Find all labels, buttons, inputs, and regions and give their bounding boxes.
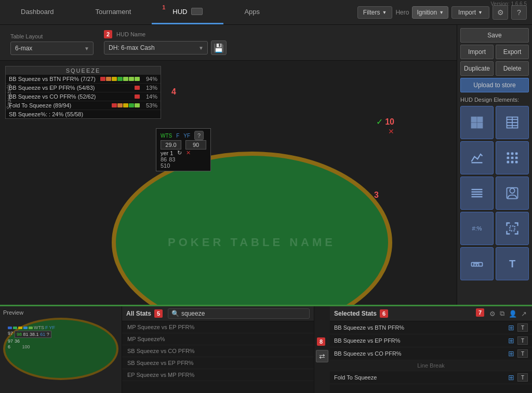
- import-hud-button[interactable]: Import: [460, 45, 494, 59]
- badge-7: 7: [476, 308, 484, 317]
- t-button-2[interactable]: T: [517, 336, 528, 345]
- transfer-right-button[interactable]: ⇄: [316, 350, 328, 362]
- settings-header-icon[interactable]: ⚙: [488, 308, 497, 319]
- design-grid-solid-button[interactable]: [460, 106, 494, 139]
- upload-to-store-button[interactable]: Upload to store: [460, 78, 529, 92]
- tab-hud[interactable]: 1 HUD: [152, 0, 223, 24]
- tooltip-refresh-icon[interactable]: ↻: [177, 150, 182, 156]
- bar-seg: [106, 77, 111, 81]
- bar-seg: [117, 77, 123, 81]
- help-icon-button[interactable]: ?: [511, 5, 527, 20]
- preview-row-3: 97 36: [8, 338, 55, 344]
- design-person-card-button[interactable]: [496, 177, 529, 210]
- list-item[interactable]: SB Squeeze vs EP PFR%: [122, 357, 314, 369]
- filters-button[interactable]: Filters ▼: [357, 6, 393, 19]
- hud-name-label: HUD Name: [116, 31, 145, 37]
- tooltip-val5-row: 510: [161, 162, 206, 169]
- squeeze-val-1: 94%: [142, 76, 157, 82]
- preview-title: Preview: [3, 309, 118, 316]
- design-grid-dots-button[interactable]: [496, 141, 529, 174]
- controls-row: Table Layout 6-max ▼ 2 HUD Name DH: 6-m: [0, 25, 457, 61]
- import-export-row: Import Export: [460, 45, 529, 59]
- bar-seg: [135, 103, 140, 107]
- squeeze-stat-5: SB Squeeze%: : 24% (55/58): [9, 111, 138, 117]
- design-text-button[interactable]: T: [496, 247, 529, 280]
- chip-green: [13, 327, 17, 329]
- tooltip-player-row: yer 1 ↻ ✕: [161, 150, 206, 156]
- design-list-lines-button[interactable]: [460, 177, 494, 210]
- grid-icon-2[interactable]: ⊞: [508, 336, 514, 345]
- top-nav: Dashboard Tournament 1 HUD Apps Filters …: [0, 0, 532, 25]
- hud-toggle[interactable]: [191, 8, 203, 15]
- design-focus-box-button[interactable]: [496, 212, 529, 245]
- selected-stat-name-1: BB Squeeze vs BTN PFR%: [334, 324, 505, 331]
- squeeze-row-5: SB Squeeze%: : 24% (55/58): [6, 110, 161, 118]
- line-break: Line Break: [330, 360, 532, 371]
- bar-seg: [123, 103, 128, 107]
- export-button[interactable]: Export: [496, 45, 529, 59]
- list-item[interactable]: MP Squeeze%: [122, 333, 314, 345]
- design-hash-percent-button[interactable]: #:%: [460, 212, 494, 245]
- design-elements-grid: #:%: [460, 106, 529, 280]
- import-button[interactable]: Import ▼: [451, 6, 489, 19]
- copy-header-icon[interactable]: ⧉: [499, 308, 506, 319]
- settings-icon-button[interactable]: ⚙: [493, 5, 508, 20]
- grid-icon-1[interactable]: ⊞: [508, 323, 514, 332]
- t-button-1[interactable]: T: [517, 323, 528, 332]
- ignition-arrow-icon: ▼: [439, 10, 444, 15]
- squeeze-row-3: BB Squeeze vs CO PFR% (52/62) 14%: [6, 92, 161, 101]
- tooltip-val4: 83: [169, 156, 175, 162]
- hud-save-icon-button[interactable]: 💾: [211, 40, 227, 55]
- save-button[interactable]: Save: [460, 28, 529, 43]
- table-layout-select-wrap: 6-max ▼: [10, 42, 94, 55]
- search-wrap: 🔍: [168, 308, 310, 319]
- design-ruler-button[interactable]: [460, 247, 494, 280]
- text-t-icon: T: [509, 258, 515, 270]
- list-item[interactable]: MP Squeeze vs EP PFR%: [122, 321, 314, 333]
- selected-stat-name-3: BB Squeeze vs CO PFR%: [334, 350, 505, 357]
- t-button-4[interactable]: T: [517, 373, 528, 382]
- tab-tournament[interactable]: Tournament: [75, 0, 152, 24]
- duplicate-button[interactable]: Duplicate: [460, 61, 494, 76]
- bar-seg: [129, 103, 134, 107]
- search-icon: 🔍: [171, 310, 179, 317]
- pval2: 98: [17, 332, 22, 337]
- pval7: 36: [15, 338, 20, 344]
- svg-rect-17: [511, 161, 514, 164]
- grid-icon-4[interactable]: ⊞: [508, 373, 514, 382]
- hud-name-select[interactable]: DH: 6-max Cash: [104, 41, 208, 55]
- delete-button[interactable]: Delete: [496, 61, 529, 76]
- ignition-selector[interactable]: Ignition ▼: [412, 6, 448, 19]
- chip-yellow: [18, 327, 22, 329]
- tooltip-input-2[interactable]: [185, 140, 206, 150]
- selected-stat-name-4: Fold To Squeeze: [334, 374, 505, 381]
- svg-rect-25: [510, 226, 514, 231]
- t-button-3[interactable]: T: [517, 349, 528, 358]
- badge-5: 5: [154, 309, 163, 318]
- pval3: 81: [23, 332, 29, 337]
- design-chart-line-button[interactable]: [460, 141, 494, 174]
- squeeze-stat-4: Fold To Squeeze (89/94): [9, 102, 110, 109]
- tooltip-info-icon[interactable]: ?: [194, 131, 204, 140]
- list-item[interactable]: SB Squeeze vs CO PFR%: [122, 345, 314, 357]
- chip-cyan: [23, 327, 28, 329]
- list-item[interactable]: EP Squeeze vs MP PFR%: [122, 369, 314, 381]
- svg-rect-26: [472, 263, 483, 266]
- bar-seg: [135, 94, 140, 99]
- design-grid-lines-button[interactable]: [496, 106, 529, 139]
- selected-item-3: BB Squeeze vs CO PFR% ⊞ T: [330, 347, 532, 360]
- grid-icon-3[interactable]: ⊞: [508, 349, 514, 358]
- svg-rect-13: [507, 157, 510, 159]
- tooltip-val5: 510: [161, 162, 170, 169]
- tab-apps[interactable]: Apps: [223, 0, 281, 24]
- share-header-icon[interactable]: ↗: [520, 308, 528, 319]
- person-header-icon[interactable]: 👤: [508, 308, 518, 319]
- all-stats-title: All Stats: [126, 310, 151, 317]
- badge-2: 2: [104, 30, 112, 38]
- tooltip-input-1[interactable]: [161, 140, 181, 150]
- tooltip-close-icon[interactable]: ✕: [186, 150, 191, 156]
- table-layout-select[interactable]: 6-max: [10, 42, 94, 55]
- tab-dashboard[interactable]: Dashboard: [0, 0, 75, 24]
- stats-search-input[interactable]: [181, 310, 306, 317]
- svg-rect-2: [472, 123, 476, 128]
